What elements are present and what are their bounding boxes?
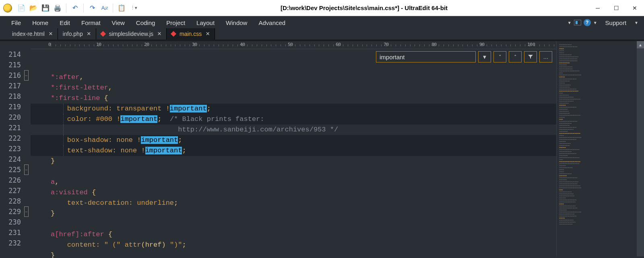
help-icon[interactable]: ? <box>584 19 591 26</box>
fold-toggle-icon[interactable]: − <box>24 206 29 217</box>
code-line[interactable]: http://www.sanbeiji.com/archives/953 */ <box>31 125 556 135</box>
toolbar-separator <box>66 4 66 12</box>
code-line[interactable]: } <box>31 156 556 166</box>
menu-project[interactable]: Project <box>161 18 191 28</box>
save-icon[interactable]: 💾 <box>41 4 50 12</box>
code-line[interactable]: *:first-letter, <box>31 83 556 93</box>
support-dropdown-icon[interactable]: ▼ <box>634 21 638 25</box>
redo-icon[interactable]: ↷ <box>88 4 96 12</box>
fold-column: −−− <box>22 41 31 256</box>
qat-dropdown-icon[interactable]: ⋮▾ <box>130 4 138 12</box>
menu-coding[interactable]: Coding <box>130 18 161 28</box>
find-dropdown-button[interactable]: ▼ <box>478 51 491 62</box>
fold-toggle-icon[interactable]: − <box>24 70 29 81</box>
close-button[interactable]: ✕ <box>625 0 644 16</box>
code-line[interactable]: text-shadow: none !important; <box>31 146 556 156</box>
fold-toggle-icon[interactable]: − <box>24 164 29 175</box>
tab-close-icon[interactable]: × <box>49 30 53 38</box>
menu-advanced[interactable]: Advanced <box>253 18 291 28</box>
editor-area: 2142152162172182192202212222232242252262… <box>0 41 644 256</box>
column-ruler: 0102030405060708090100 <box>31 41 556 49</box>
menu-bar: FileHomeEditFormatViewCodingProjectLayou… <box>0 16 644 29</box>
undo-icon[interactable]: ↶ <box>71 4 79 12</box>
find-input[interactable] <box>376 51 476 62</box>
code-line[interactable]: content: " (" attr(href) ")"; <box>31 240 556 250</box>
code-line[interactable]: } <box>31 250 556 258</box>
code-line[interactable]: *:after, <box>31 72 556 83</box>
modified-indicator-icon <box>171 31 176 37</box>
code-line[interactable]: text-decoration: underline; <box>31 198 556 208</box>
modified-indicator-icon <box>100 31 106 37</box>
tab-label: main.css <box>180 31 202 37</box>
title-bar: 📄 📂 💾 🖨️ ↶ ↷ A↓Z 📋 ⋮▾ [D:\work\Dev Proje… <box>0 0 644 16</box>
toolbar-separator <box>83 4 84 12</box>
menu-window[interactable]: Window <box>220 18 253 28</box>
ribbon-collapse-icon[interactable]: ▼ <box>568 21 572 25</box>
tab-close-icon[interactable]: × <box>157 30 161 38</box>
tab-close-icon[interactable]: × <box>206 30 210 38</box>
tab-label: simpleslideview.js <box>109 31 153 37</box>
code-line[interactable]: color: #000 !important; /* Black prints … <box>31 114 556 125</box>
toolbar-separator <box>113 4 113 12</box>
code-line[interactable]: box-shadow: none !important; <box>31 135 556 146</box>
support-menu[interactable]: Support <box>600 18 632 28</box>
menu-view[interactable]: View <box>106 18 130 28</box>
new-file-icon[interactable]: 📄 <box>17 4 25 12</box>
app-icon <box>3 4 12 12</box>
document-tab-bar: index-re.html×info.php×simpleslideview.j… <box>0 29 644 41</box>
line-number-gutter: 2142152162172182192202212222232242252262… <box>4 41 22 256</box>
scroll-up-button[interactable]: ▲ <box>637 41 644 48</box>
window-title: [D:\work\Dev Projects\Site\css\main.css*… <box>140 4 588 11</box>
code-line[interactable]: } <box>31 208 556 219</box>
code-line[interactable]: background: transparent !important; <box>31 104 556 114</box>
menu-format[interactable]: Format <box>76 18 106 28</box>
open-file-icon[interactable]: 📂 <box>29 4 37 12</box>
code-editor[interactable]: 0102030405060708090100 *:after,*:first-l… <box>31 41 556 256</box>
menu-edit[interactable]: Edit <box>54 18 76 28</box>
code-line[interactable]: a:visited { <box>31 187 556 198</box>
print-icon[interactable]: 🖨️ <box>54 4 62 12</box>
code-line[interactable] <box>31 166 556 177</box>
find-more-button[interactable]: … <box>539 51 552 62</box>
minimap[interactable]: ▪▪▪▪▪▪▪▪▪▪▪▪▪▪▪▪▪▪▪▪▪▪▪▪▪▪▪▪▪▪▪▪▪▪▪▪▪▪▪▪… <box>556 41 637 256</box>
find-next-button[interactable]: ˅ <box>493 51 506 62</box>
code-line[interactable]: a[href]:after { <box>31 229 556 240</box>
left-margin <box>0 41 4 256</box>
vertical-scrollbar[interactable]: ▲ <box>637 41 644 256</box>
maximize-button[interactable]: ☐ <box>607 0 625 16</box>
menu-layout[interactable]: Layout <box>191 18 220 28</box>
tab-close-icon[interactable]: × <box>87 30 91 38</box>
tab-index-re-html[interactable]: index-re.html× <box>7 28 58 40</box>
sort-icon[interactable]: A↓Z <box>100 4 108 12</box>
toggle-panel-icon[interactable] <box>574 20 581 25</box>
find-bar: ▼ ˅ ˄ … <box>376 51 552 62</box>
code-line[interactable]: *:first-line { <box>31 93 556 104</box>
code-line[interactable] <box>31 219 556 229</box>
menu-file[interactable]: File <box>6 18 27 28</box>
find-filter-button[interactable] <box>524 51 537 62</box>
menu-home[interactable]: Home <box>27 18 54 28</box>
tab-info-php[interactable]: info.php× <box>58 28 96 40</box>
code-line[interactable]: a, <box>31 177 556 187</box>
tab-main-css[interactable]: main.css× <box>167 28 215 40</box>
tab-simpleslideview-js[interactable]: simpleslideview.js× <box>96 28 167 40</box>
help-dropdown-icon[interactable]: ▼ <box>593 21 597 25</box>
tab-label: info.php <box>63 31 83 37</box>
tab-label: index-re.html <box>12 31 45 37</box>
macro-icon[interactable]: 📋 <box>118 4 126 12</box>
find-prev-button[interactable]: ˄ <box>509 51 522 62</box>
minimize-button[interactable]: ─ <box>588 0 607 16</box>
